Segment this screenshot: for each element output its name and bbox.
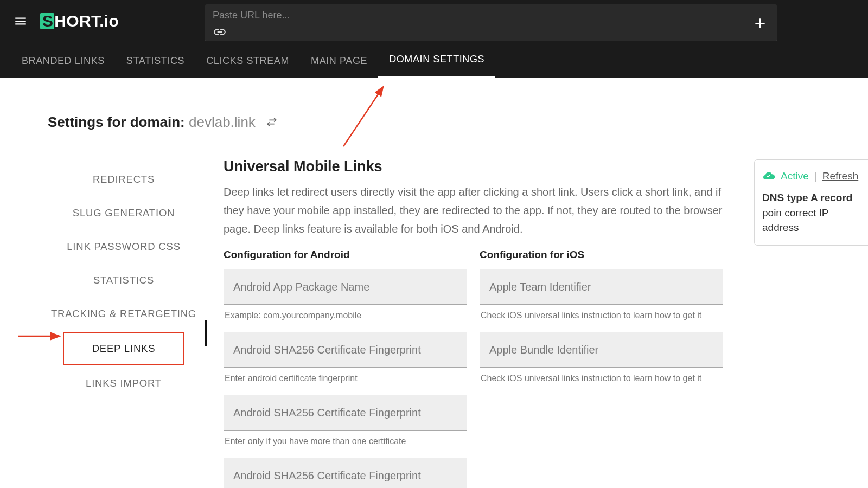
section-heading: Universal Mobile Links [224,158,723,175]
page-title: Settings for domain: devlab.link [48,114,278,132]
check-cloud-icon [762,170,775,183]
android-column: Configuration for Android Android App Pa… [224,249,467,488]
android-sha256-input-1[interactable]: Android SHA256 Certificate Fingerprint [224,332,467,368]
logo-text: HORT.io [54,12,119,30]
android-sha256-hint-1: Enter android certificate fingerprint [225,374,465,383]
link-icon [213,25,227,41]
android-sha256-hint-2: Enter only if you have more than one cer… [225,436,465,446]
ios-column: Configuration for iOS Apple Team Identif… [480,249,723,488]
sidebar-item-tracking-retargeting[interactable]: TRACKING & RETARGETING [48,297,200,331]
dns-text-bold: DNS type A record [762,192,852,203]
tab-clicks-stream[interactable]: CLICKS STREAM [195,55,300,78]
sidebar-item-links-import[interactable]: LINKS IMPORT [48,367,200,400]
settings-sidebar: REDIRECTS SLUG GENERATION LINK PASSWORD … [48,163,200,400]
url-input-box[interactable]: Paste URL here... [205,4,777,41]
swap-domain-button[interactable] [266,115,278,132]
annotation-arrow-horizontal [17,330,63,343]
sidebar-item-deep-links[interactable]: DEEP LINKS [63,332,184,365]
annotation-arrow-diagonal [339,81,393,152]
dns-status-card: Active | Refresh DNS type A record poin … [754,159,868,246]
apple-bundle-id-hint: Check iOS universal links instruction to… [481,374,722,383]
main-content: Universal Mobile Links Deep links let re… [224,158,723,488]
section-description: Deep links let redirect users directly v… [224,183,723,238]
sidebar-item-statistics[interactable]: STATISTICS [48,264,200,297]
apple-team-id-input[interactable]: Apple Team Identifier [480,269,723,305]
tab-branded-links[interactable]: BRANDED LINKS [11,55,116,78]
logo-mark: S [40,13,54,29]
sidebar-active-marker [205,320,207,346]
android-sha256-input-3[interactable]: Android SHA256 Certificate Fingerprint [224,458,467,488]
apple-bundle-id-input[interactable]: Apple Bundle Identifier [480,332,723,368]
dns-separator: | [814,170,817,182]
android-package-name-hint: Example: com.yourcompany.mobile [225,311,465,320]
page-title-prefix: Settings for domain: [48,114,189,130]
hamburger-menu-button[interactable] [10,10,31,32]
sidebar-item-link-password-css[interactable]: LINK PASSWORD CSS [48,230,200,264]
hamburger-icon [14,14,28,28]
apple-team-id-hint: Check iOS universal links instruction to… [481,311,722,320]
dns-refresh-link[interactable]: Refresh [822,170,859,182]
domain-name: devlab.link [189,114,256,130]
url-input-placeholder: Paste URL here... [213,10,290,21]
ios-title: Configuration for iOS [480,249,723,261]
logo[interactable]: SHORT.io [40,12,119,30]
android-title: Configuration for Android [224,249,467,261]
svg-line-0 [343,88,382,146]
dns-text-rest: poin correct IP address [762,207,828,234]
config-columns: Configuration for Android Android App Pa… [224,249,723,488]
swap-icon [266,116,278,128]
dns-status-row: Active | Refresh [762,170,860,183]
topbar: SHORT.io Paste URL here... BRANDED LINKS… [0,0,868,78]
android-package-name-input[interactable]: Android App Package Name [224,269,467,305]
tab-statistics[interactable]: STATISTICS [116,55,195,78]
android-sha256-input-2[interactable]: Android SHA256 Certificate Fingerprint [224,395,467,431]
sidebar-item-slug-generation[interactable]: SLUG GENERATION [48,196,200,230]
nav-tabs: BRANDED LINKS STATISTICS CLICKS STREAM M… [0,42,868,78]
add-link-button[interactable] [753,16,767,33]
topbar-row: SHORT.io Paste URL here... [0,0,868,42]
sidebar-item-redirects[interactable]: REDIRECTS [48,163,200,196]
dns-description: DNS type A record poin correct IP addres… [762,190,860,235]
tab-domain-settings[interactable]: DOMAIN SETTINGS [378,54,495,78]
tab-main-page[interactable]: MAIN PAGE [300,55,378,78]
dns-status-label: Active [781,170,809,182]
